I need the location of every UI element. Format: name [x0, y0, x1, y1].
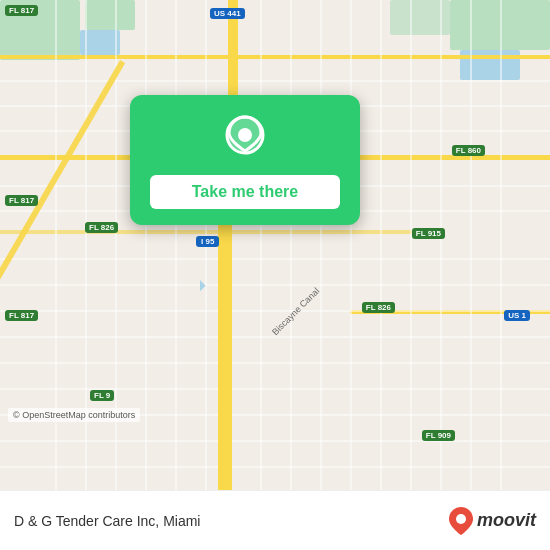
fl826-label-left: FL 826 [85, 222, 118, 233]
moovit-pin-icon [449, 507, 473, 535]
fl817-label-bot: FL 817 [5, 310, 38, 321]
map-attribution: © OpenStreetMap contributors [8, 408, 140, 422]
place-name: D & G Tender Care Inc, Miami [14, 513, 200, 529]
take-me-there-button[interactable]: Take me there [150, 175, 340, 209]
moovit-text: moovit [477, 510, 536, 531]
location-pin-icon [219, 113, 271, 165]
us441-label-top: US 441 [210, 8, 245, 19]
fl9-label: FL 9 [90, 390, 114, 401]
fl909-label: FL 909 [422, 430, 455, 441]
svg-point-2 [456, 514, 466, 524]
map-container: US 441 US 441 FL 860 FL 860 FL 817 FL 81… [0, 0, 550, 490]
popup-card: Take me there [130, 95, 360, 225]
svg-point-1 [238, 128, 252, 142]
bottom-bar: D & G Tender Care Inc, Miami moovit [0, 490, 550, 550]
fl915-label: FL 915 [412, 228, 445, 239]
moovit-logo: moovit [449, 507, 536, 535]
us1-label: US 1 [504, 310, 530, 321]
fl826-label-right: FL 826 [362, 302, 395, 313]
i95-label: I 95 [196, 236, 219, 247]
fl817-label-top: FL 817 [5, 5, 38, 16]
fl860-label-top: FL 860 [452, 145, 485, 156]
fl817-label-left: FL 817 [5, 195, 38, 206]
